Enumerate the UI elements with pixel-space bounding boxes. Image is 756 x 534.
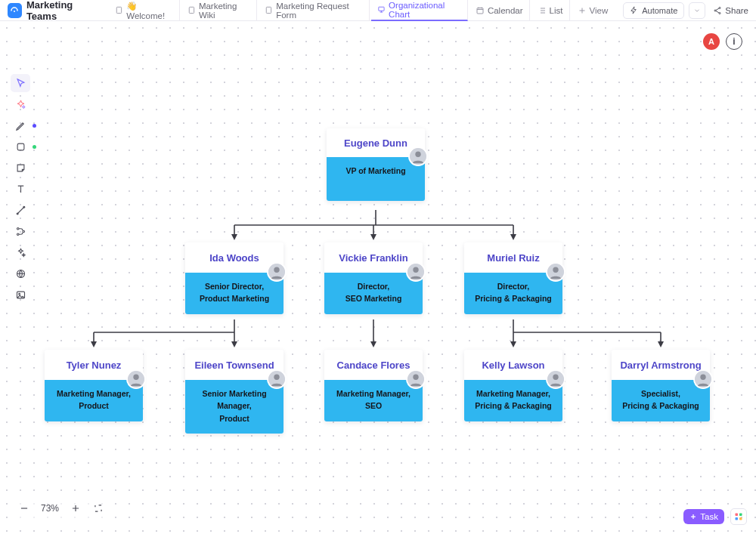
svg-rect-47: [739, 517, 742, 520]
svg-rect-4: [379, 7, 384, 11]
whiteboard-canvas[interactable]: A i: [0, 21, 756, 534]
org-node-muriel[interactable]: Muriel Ruiz Director, Pricing & Packagin…: [464, 242, 562, 314]
org-node-ida[interactable]: Ida Woods Senior Director, Product Marke…: [185, 242, 284, 314]
org-node-kelly[interactable]: Kelly Lawson Marketing Manager, Pricing …: [464, 350, 562, 421]
svg-point-8: [719, 12, 720, 14]
tab-calendar[interactable]: Calendar: [469, 0, 530, 21]
svg-point-31: [413, 267, 418, 273]
org-node-role-2: Product: [190, 412, 279, 424]
org-node-candace[interactable]: Candace Flores Marketing Manager, SEO: [324, 350, 423, 421]
zoom-controls: 73%: [11, 498, 112, 519]
zoom-percent[interactable]: 73%: [41, 503, 59, 514]
doc-icon: [187, 6, 196, 15]
whiteboard-icon: [377, 5, 386, 14]
avatar-icon: [546, 262, 565, 282]
svg-point-39: [413, 375, 418, 380]
org-node-root[interactable]: Eugene Dunn VP of Marketing: [327, 128, 425, 201]
svg-point-27: [415, 152, 420, 157]
org-node-role-1: Marketing Manager,: [469, 387, 558, 400]
svg-rect-1: [117, 7, 122, 13]
apps-button[interactable]: [730, 508, 747, 525]
org-node-role-1: Director,: [469, 280, 558, 292]
svg-point-37: [274, 375, 279, 380]
svg-point-33: [553, 267, 558, 273]
svg-point-6: [719, 7, 720, 8]
svg-rect-3: [267, 7, 271, 13]
avatar-icon: [126, 369, 146, 389]
svg-point-7: [714, 10, 716, 11]
add-view-button[interactable]: View: [572, 0, 615, 21]
tab-org-chart[interactable]: Organizational Chart: [371, 0, 468, 21]
svg-rect-5: [477, 8, 483, 14]
automate-chevron[interactable]: [689, 2, 705, 19]
tab-list[interactable]: List: [531, 0, 570, 21]
calendar-icon: [476, 6, 485, 15]
share-icon: [713, 6, 722, 15]
tab-label: 👋 Welcome!: [126, 1, 173, 20]
svg-point-43: [700, 375, 705, 380]
avatar-icon: [406, 262, 426, 282]
org-node-eileen[interactable]: Eileen Townsend Senior Marketing Manager…: [185, 350, 284, 434]
bolt-icon: [630, 6, 638, 14]
zoom-out-button[interactable]: [18, 502, 30, 514]
org-node-darryl[interactable]: Darryl Armstrong Specialist, Pricing & P…: [612, 350, 710, 421]
org-node-role: VP of Marketing: [331, 165, 420, 177]
tab-request-form[interactable]: Marketing Request Form: [259, 0, 370, 21]
org-node-role-1: Senior Marketing Manager,: [190, 387, 279, 412]
tab-welcome[interactable]: 👋 Welcome!: [109, 0, 180, 21]
tab-label: Organizational Chart: [389, 1, 461, 19]
doc-icon: [265, 6, 273, 15]
automate-button[interactable]: Automate: [623, 2, 684, 19]
org-node-role-1: Director,: [329, 280, 418, 292]
org-node-role-1: Specialist,: [616, 387, 705, 400]
avatar-icon: [267, 369, 287, 389]
svg-rect-45: [739, 514, 742, 517]
workspace-title: Marketing Teams: [26, 0, 101, 22]
svg-point-41: [553, 375, 558, 380]
plus-icon: [689, 513, 697, 520]
svg-point-29: [274, 267, 279, 273]
plus-icon: [578, 6, 587, 15]
org-node-tyler[interactable]: Tyler Nunez Marketing Manager, Product: [45, 350, 143, 421]
org-node-role-1: Marketing Manager,: [49, 387, 138, 400]
automate-label: Automate: [642, 6, 677, 15]
view-tabs: 👋 Welcome! Marketing Wiki Marketing Requ…: [109, 0, 614, 21]
share-label: Share: [725, 6, 748, 15]
share-button[interactable]: Share: [713, 6, 748, 15]
org-node-role-2: Pricing & Packaging: [469, 292, 558, 304]
org-node-role-2: Pricing & Packaging: [469, 400, 558, 412]
bottom-right-controls: Task: [683, 508, 747, 525]
svg-point-35: [133, 375, 138, 380]
avatar-icon: [546, 369, 565, 389]
org-node-role-1: Senior Director,: [190, 280, 279, 292]
avatar-icon: [693, 369, 713, 389]
tab-label: Marketing Wiki: [199, 2, 250, 20]
task-label: Task: [700, 512, 718, 521]
svg-rect-46: [736, 517, 739, 520]
list-icon: [538, 6, 547, 15]
app-logo[interactable]: [8, 3, 22, 18]
zoom-in-button[interactable]: [70, 502, 82, 514]
avatar-icon: [408, 147, 428, 166]
new-task-button[interactable]: Task: [683, 509, 724, 524]
tab-wiki[interactable]: Marketing Wiki: [181, 0, 257, 21]
avatar-icon: [267, 262, 287, 282]
add-view-label: View: [590, 6, 609, 15]
org-node-role-2: Product Marketing: [190, 292, 279, 304]
org-node-role-2: Product: [49, 400, 138, 412]
svg-rect-2: [189, 7, 194, 13]
doc-icon: [115, 6, 123, 15]
svg-point-0: [14, 11, 15, 12]
org-node-vickie[interactable]: Vickie Franklin Director, SEO Marketing: [324, 242, 423, 314]
tab-label: Marketing Request Form: [276, 2, 363, 20]
org-node-role-2: Pricing & Packaging: [616, 400, 705, 412]
tab-label: List: [550, 6, 563, 15]
org-chart: Eugene Dunn VP of Marketing Ida Woods Se…: [0, 21, 756, 534]
org-node-role-2: SEO: [329, 400, 418, 412]
zoom-fit-button[interactable]: [92, 502, 104, 514]
svg-rect-44: [736, 514, 739, 517]
org-node-role-1: Marketing Manager,: [329, 387, 418, 400]
avatar-icon: [406, 369, 426, 389]
org-node-role-2: SEO Marketing: [329, 292, 418, 304]
tab-label: Calendar: [488, 6, 523, 15]
